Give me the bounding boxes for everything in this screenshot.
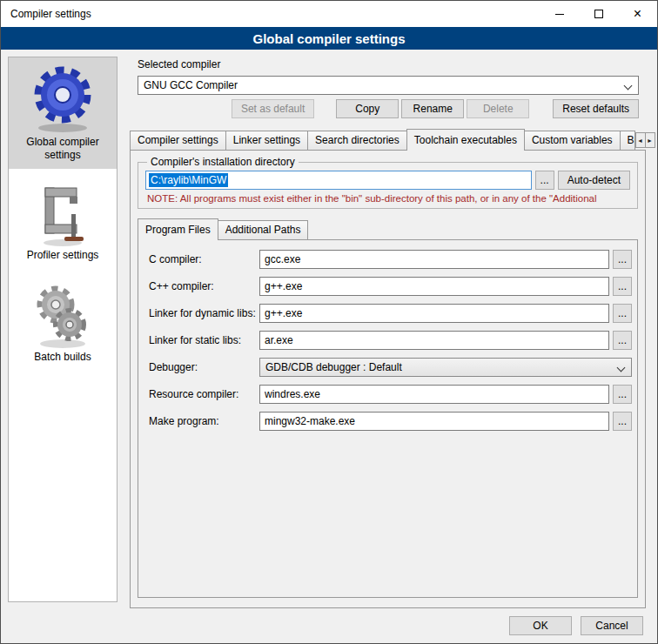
tab-additional-paths[interactable]: Additional Paths — [218, 220, 309, 239]
program-files-panel: C compiler: ... C++ compiler: ... Linker… — [138, 239, 638, 598]
tab-compiler-settings[interactable]: Compiler settings — [130, 131, 226, 150]
gray-gears-icon — [10, 283, 115, 349]
compiler-settings-window: Compiler settings × Global compiler sett… — [0, 0, 658, 644]
sidebar-item-global-compiler-settings[interactable]: Global compiler settings — [9, 57, 117, 169]
maximize-icon — [594, 10, 603, 18]
make-program-label: Make program: — [149, 415, 259, 427]
resource-compiler-browse-button[interactable]: ... — [613, 385, 632, 404]
c-compiler-browse-button[interactable]: ... — [613, 250, 632, 269]
sidebar-item-batch-builds[interactable]: Batch builds — [9, 278, 117, 371]
tab-custom-variables[interactable]: Custom variables — [524, 131, 621, 150]
sidebar-item-label: Batch builds — [10, 351, 115, 364]
resource-compiler-input[interactable] — [259, 385, 609, 404]
tab-build-options[interactable]: Buil — [620, 131, 635, 150]
installation-directory-note: NOTE: All programs must exist either in … — [147, 193, 630, 204]
dynamic-linker-label: Linker for dynamic libs: — [149, 307, 259, 319]
installation-directory-browse-button[interactable]: ... — [535, 171, 554, 190]
installation-directory-value: C:\raylib\MinGW — [149, 173, 228, 187]
minimize-icon — [555, 14, 564, 15]
debugger-select-value: GDB/CDB debugger : Default — [265, 361, 402, 373]
delete-button[interactable]: Delete — [467, 99, 529, 118]
cpp-compiler-label: C++ compiler: — [149, 280, 259, 292]
cpp-compiler-row: C++ compiler: ... — [149, 277, 632, 296]
make-program-browse-button[interactable]: ... — [613, 412, 632, 431]
dynamic-linker-browse-button[interactable]: ... — [613, 304, 632, 323]
c-compiler-row: C compiler: ... — [149, 250, 632, 269]
reset-defaults-button[interactable]: Reset defaults — [553, 99, 639, 118]
chevron-down-icon — [617, 364, 626, 372]
resource-compiler-label: Resource compiler: — [149, 388, 259, 400]
dynamic-linker-input[interactable] — [259, 304, 609, 323]
tab-linker-settings[interactable]: Linker settings — [225, 131, 308, 150]
selected-compiler-label: Selected compiler — [138, 58, 646, 70]
rename-button[interactable]: Rename — [401, 99, 464, 118]
minimize-button[interactable] — [540, 1, 579, 27]
static-linker-browse-button[interactable]: ... — [613, 331, 632, 350]
make-program-input[interactable] — [259, 412, 609, 431]
static-linker-label: Linker for static libs: — [149, 334, 259, 346]
c-compiler-input[interactable] — [259, 250, 609, 269]
sidebar-item-label: Profiler settings — [10, 249, 115, 262]
sidebar-item-profiler-settings[interactable]: Profiler settings — [9, 178, 117, 269]
cancel-button[interactable]: Cancel — [581, 616, 643, 635]
blue-gear-icon — [10, 63, 115, 134]
sidebar: Global compiler settings Profiler settin… — [8, 57, 118, 602]
tab-toolchain-executables[interactable]: Toolchain executables — [406, 129, 525, 151]
installation-directory-group: Compiler's installation directory C:\ray… — [138, 156, 638, 209]
debugger-label: Debugger: — [149, 361, 259, 373]
tab-search-directories[interactable]: Search directories — [307, 131, 407, 150]
c-compiler-label: C compiler: — [149, 253, 259, 265]
program-files-tabstrip: Program Files Additional Paths — [138, 219, 645, 239]
dialog-footer: OK Cancel — [509, 616, 643, 635]
static-linker-row: Linker for static libs: ... — [149, 331, 632, 350]
compiler-button-row: Set as default Copy Rename Delete Reset … — [138, 99, 639, 118]
compiler-combobox-value: GNU GCC Compiler — [144, 79, 238, 91]
settings-tabstrip: Compiler settings Linker settings Search… — [130, 130, 646, 150]
clamp-icon — [10, 183, 115, 247]
cpp-compiler-input[interactable] — [259, 277, 609, 296]
chevron-down-icon — [624, 82, 633, 91]
copy-button[interactable]: Copy — [336, 99, 399, 118]
dynamic-linker-row: Linker for dynamic libs: ... — [149, 304, 632, 323]
dialog-header-title: Global compiler settings — [252, 31, 405, 46]
main-area: Selected compiler GNU GCC Compiler Set a… — [123, 51, 646, 608]
dialog-header: Global compiler settings — [1, 27, 657, 50]
tab-scroll-arrows: ◄ ► — [635, 132, 655, 148]
tab-scroll-right-icon[interactable]: ► — [645, 132, 655, 148]
close-button[interactable]: × — [618, 1, 657, 27]
window-controls: × — [540, 1, 657, 27]
compiler-combobox[interactable]: GNU GCC Compiler — [138, 76, 639, 95]
installation-directory-input[interactable]: C:\raylib\MinGW — [145, 171, 532, 190]
installation-directory-legend: Compiler's installation directory — [147, 156, 299, 168]
resource-compiler-row: Resource compiler: ... — [149, 385, 632, 404]
make-program-row: Make program: ... — [149, 412, 632, 431]
debugger-row: Debugger: GDB/CDB debugger : Default — [149, 358, 632, 377]
sidebar-item-label: Global compiler settings — [10, 136, 115, 162]
window-title: Compiler settings — [1, 8, 540, 20]
titlebar[interactable]: Compiler settings × — [1, 1, 657, 27]
debugger-select[interactable]: GDB/CDB debugger : Default — [259, 358, 632, 377]
toolchain-executables-panel: Compiler's installation directory C:\ray… — [130, 150, 646, 608]
auto-detect-button[interactable]: Auto-detect — [558, 171, 630, 190]
set-as-default-button[interactable]: Set as default — [232, 99, 314, 118]
cpp-compiler-browse-button[interactable]: ... — [613, 277, 632, 296]
static-linker-input[interactable] — [259, 331, 609, 350]
tab-program-files[interactable]: Program Files — [138, 218, 218, 240]
ok-button[interactable]: OK — [509, 616, 572, 635]
installation-directory-row: C:\raylib\MinGW ... Auto-detect — [145, 171, 630, 190]
maximize-button[interactable] — [579, 1, 618, 27]
close-icon: × — [634, 7, 641, 21]
